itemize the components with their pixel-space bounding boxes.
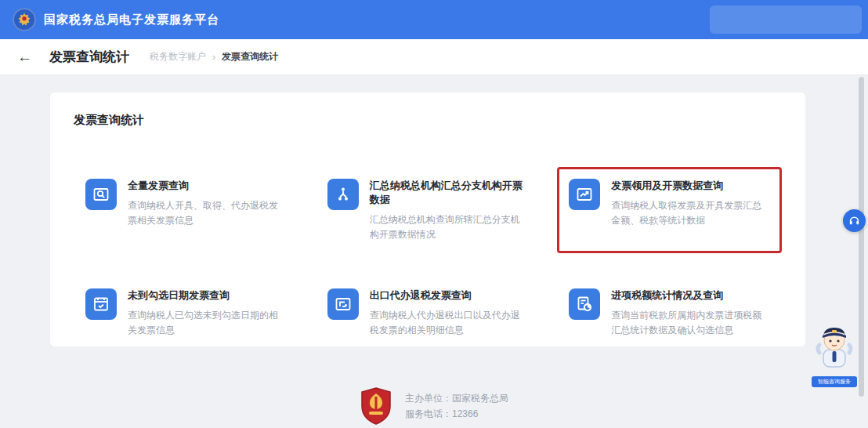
tile-export-refund-invoice-query[interactable]: 出口代办退税发票查询 查询纳税人代办退税出口以及代办退税发票的相关明细信息 bbox=[316, 277, 541, 349]
taxation-emblem-icon bbox=[360, 387, 392, 425]
tile-description: 查询纳税人开具、取得、代办退税发票相关发票信息 bbox=[128, 198, 287, 227]
tile-title: 未到勾选日期发票查询 bbox=[128, 288, 287, 303]
tile-branch-issuance-data[interactable]: 汇总纳税总机构汇总分支机构开票数据 汇总纳税总机构查询所辖汇总分支机构开票数据情… bbox=[316, 167, 541, 253]
invoice-query-card: 发票查询统计 全量发票查询 查询纳税人开具、取得、代办退税发票相关发票信息 bbox=[50, 92, 805, 346]
date-invoice-icon bbox=[85, 288, 117, 320]
input-tax-icon bbox=[569, 288, 600, 320]
tile-issuance-data-query[interactable]: 发票领用及开票数据查询 查询纳税人取得发票及开具发票汇总金额、税款等统计数据 bbox=[557, 167, 782, 253]
customer-service-button[interactable] bbox=[843, 209, 866, 232]
footer-organizer: 主办单位：国家税务总局 bbox=[405, 390, 508, 406]
tax-officer-mascot-icon bbox=[812, 321, 857, 372]
tile-description: 查询纳税人已勾选未到勾选日期的相关发票信息 bbox=[128, 308, 287, 337]
tile-title: 出口代办退税发票查询 bbox=[370, 288, 529, 303]
page-footer: 主办单位：国家税务总局 服务电话：12366 bbox=[0, 387, 868, 428]
tile-uncheckeddate-invoice-query[interactable]: 未到勾选日期发票查询 查询纳税人已勾选未到勾选日期的相关发票信息 bbox=[74, 277, 298, 349]
tile-description: 查询当前税款所属期内发票进项税额汇总统计数据及确认勾选信息 bbox=[611, 308, 770, 337]
branch-data-icon bbox=[327, 179, 359, 210]
page-header: ← 发票查询统计 税务数字账户 › 发票查询统计 bbox=[0, 39, 868, 75]
mascot-label: 智能咨询服务 bbox=[812, 376, 857, 387]
feature-tile-grid: 全量发票查询 查询纳税人开具、取得、代办退税发票相关发票信息 bbox=[74, 167, 782, 349]
tile-description: 汇总纳税总机构查询所辖汇总分支机构开票数据情况 bbox=[370, 212, 529, 241]
tile-title: 全量发票查询 bbox=[128, 179, 287, 193]
breadcrumb-parent[interactable]: 税务数字账户 bbox=[150, 50, 206, 63]
tile-description: 查询纳税人取得发票及开具发票汇总金额、税款等统计数据 bbox=[611, 198, 770, 227]
tile-title: 进项税额统计情况及查询 bbox=[611, 288, 770, 303]
tile-title: 发票领用及开票数据查询 bbox=[611, 179, 770, 193]
page-title: 发票查询统计 bbox=[49, 48, 129, 66]
breadcrumb-current: 发票查询统计 bbox=[222, 50, 278, 63]
app-header: 国家税务总局电子发票服务平台 bbox=[0, 0, 868, 39]
issuance-data-icon bbox=[569, 179, 600, 210]
back-icon[interactable]: ← bbox=[17, 49, 32, 64]
breadcrumb: 税务数字账户 › 发票查询统计 bbox=[150, 50, 278, 63]
user-account-area[interactable] bbox=[710, 5, 862, 34]
breadcrumb-separator-icon: › bbox=[212, 52, 215, 63]
vertical-scrollbar[interactable] bbox=[859, 77, 864, 397]
tile-full-invoice-query[interactable]: 全量发票查询 查询纳税人开具、取得、代办退税发票相关发票信息 bbox=[74, 167, 298, 253]
invoice-search-icon bbox=[85, 179, 117, 210]
export-refund-icon bbox=[327, 288, 359, 320]
tax-bureau-logo-icon bbox=[13, 8, 36, 31]
tile-description: 查询纳税人代办退税出口以及代办退税发票的相关明细信息 bbox=[370, 308, 529, 337]
footer-phone: 服务电话：12366 bbox=[405, 406, 508, 422]
headset-icon bbox=[848, 214, 861, 227]
assistant-mascot[interactable]: 智能咨询服务 bbox=[812, 321, 857, 387]
tile-title: 汇总纳税总机构汇总分支机构开票数据 bbox=[370, 179, 529, 207]
platform-title: 国家税务总局电子发票服务平台 bbox=[44, 13, 219, 27]
card-title: 发票查询统计 bbox=[74, 113, 782, 128]
tile-input-tax-statistics[interactable]: 进项税额统计情况及查询 查询当前税款所属期内发票进项税额汇总统计数据及确认勾选信… bbox=[557, 277, 782, 349]
